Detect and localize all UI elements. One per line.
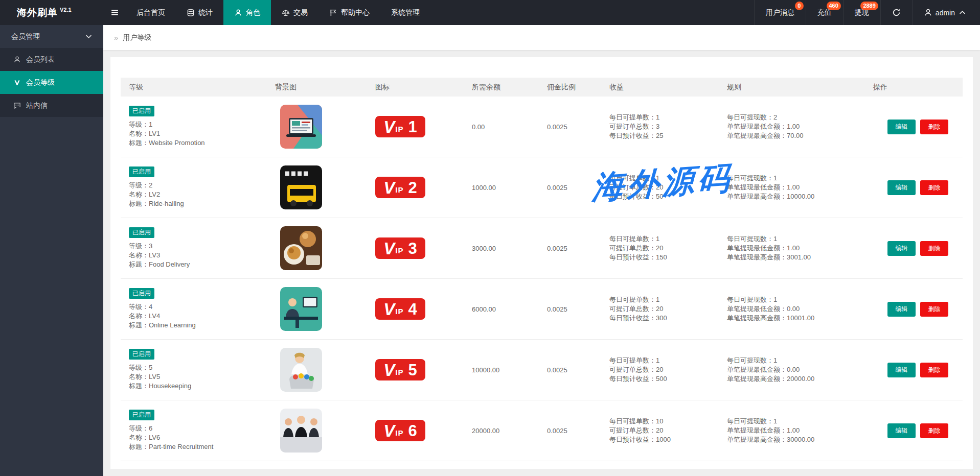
status-badge: 已启用 [129, 288, 154, 299]
commission-cell: 0.0025 [539, 279, 601, 339]
daily-withdraw-line: 每日可提现数：1 [727, 174, 777, 183]
daily-profit-line: 每日预计收益：25 [609, 131, 663, 140]
daily-withdraw-line: 每日可提现数：1 [727, 295, 777, 304]
daily-orders-line: 每日可提单数：1 [609, 295, 659, 304]
income-cell: 每日可提单数：1 可提订单总数：3 每日预计收益：25 [601, 97, 719, 157]
sidebar-item-1[interactable]: 会员列表 [0, 48, 103, 71]
sidebar-item-label: 会员等级 [26, 78, 55, 87]
delete-button[interactable]: 删除 [920, 363, 948, 377]
income-cell: 每日可提单数：10 可提订单总数：20 每日预计收益：1000 [601, 400, 719, 461]
nav-spacer [430, 0, 754, 25]
sidebar-item-2[interactable]: 会员等级 [0, 71, 103, 94]
vip-v-glyph: V [383, 118, 395, 135]
hamburger-icon[interactable] [103, 0, 126, 25]
vip-badge: V IP 2 [375, 177, 425, 198]
nav-right-item-3[interactable]: 提现2889 [843, 0, 880, 25]
operations-cell: 编辑 删除 [865, 461, 963, 469]
nav-right-item-1[interactable]: 用户消息0 [754, 0, 806, 25]
nav-item-label: 角色 [246, 8, 260, 17]
table-body: 已启用 等级：1 名称：LV1 标题：Website Promotion V I… [121, 97, 963, 469]
background-image-cell [267, 400, 367, 461]
required-balance-cell: 0.00 [464, 97, 539, 157]
background-image-cell [267, 97, 367, 157]
vip-level-number: 4 [408, 301, 417, 317]
delete-button[interactable]: 删除 [920, 180, 948, 195]
chevron-up-icon [958, 8, 967, 17]
sidebar-item-3[interactable]: 站内信 [0, 94, 103, 117]
required-balance-cell: 20000.00 [464, 400, 539, 461]
required-balance: 3000.00 [472, 245, 496, 252]
edit-button[interactable]: 编辑 [887, 363, 916, 377]
status-badge: 已启用 [129, 227, 154, 238]
edit-button[interactable]: 编辑 [887, 120, 916, 134]
required-balance: 1000.00 [472, 184, 496, 192]
column-header-2: 背景图 [267, 83, 367, 92]
column-header-5: 佣金比例 [539, 83, 601, 92]
nav-item-label: 系统管理 [391, 8, 420, 17]
delete-button[interactable]: 删除 [920, 241, 948, 256]
vip-level-number: 1 [408, 119, 417, 135]
required-balance: 20000.00 [472, 427, 499, 435]
edit-button[interactable]: 编辑 [887, 302, 916, 317]
nav-right-item-2[interactable]: 充值460 [806, 0, 843, 25]
nav-item-1[interactable]: 后台首页 [126, 0, 176, 25]
edit-button[interactable]: 编辑 [887, 423, 916, 438]
background-image [280, 226, 322, 270]
nav-right-items: 用户消息0充值460提现2889 [754, 0, 880, 25]
user-icon [13, 56, 21, 63]
min-withdraw-line: 单笔提现最低金额：0.00 [727, 304, 800, 314]
icon-cell: V IP 6 [367, 400, 464, 461]
vip-level-number: 3 [408, 241, 417, 256]
delete-button[interactable]: 删除 [920, 423, 948, 438]
title-line: 标题：Online Learning [129, 321, 196, 330]
status-badge: 已启用 [129, 410, 154, 420]
income-cell: 每日可提单数：1 可提订单总数：20 每日预计收益：50 [601, 157, 719, 218]
table-card: 等级背景图图标所需余额佣金比例收益规则操作 已启用 等级：1 名称：LV1 标题… [110, 57, 973, 469]
title-line: 标题：Food Delivery [129, 260, 190, 269]
name-line: 名称：LV6 [129, 433, 160, 442]
daily-orders-line: 每日可提单数：10 [609, 417, 663, 426]
nav-item-6[interactable]: 系统管理 [380, 0, 430, 25]
level-cell: 未启用 [121, 461, 267, 469]
name-line: 名称：LV2 [129, 190, 160, 199]
level-cell: 已启用 等级：5 名称：LV5 标题：Housekeeping [121, 340, 267, 400]
operations-cell: 编辑 删除 [865, 400, 963, 461]
breadcrumb-bar: » 用户等级 [103, 25, 980, 50]
breadcrumb-icon: » [114, 33, 118, 42]
vip-badge: V IP 4 [375, 298, 425, 320]
daily-profit-line: 每日预计收益：300 [609, 314, 667, 323]
nav-item-4[interactable]: 交易 [271, 0, 318, 25]
rules-cell: 每日可提现数：1 单笔提现最低金额：1.00 单笔提现最高金额：10000.00 [719, 157, 865, 218]
refresh-button[interactable] [880, 0, 912, 25]
background-image-cell [267, 340, 367, 400]
nav-item-5[interactable]: 帮助中心 [318, 0, 380, 25]
title-line: 标题：Housekeeping [129, 382, 191, 391]
level-line: 等级：4 [129, 302, 152, 312]
level-cell: 已启用 等级：2 名称：LV2 标题：Ride-hailing [121, 157, 267, 218]
sidebar-group-member-management[interactable]: 会员管理 [0, 25, 103, 48]
nav-item-label: 统计 [198, 8, 213, 17]
daily-profit-line: 每日预计收益：1000 [609, 435, 671, 444]
delete-button[interactable]: 删除 [920, 120, 948, 134]
user-icon [924, 8, 932, 17]
table-row: 已启用 等级：2 名称：LV2 标题：Ride-hailing V IP 2 1… [121, 157, 963, 218]
total-orders-line: 可提订单总数：20 [609, 426, 663, 435]
icon-cell: V IP 5 [367, 340, 464, 400]
delete-button[interactable]: 删除 [920, 302, 948, 317]
sidebar-item-label: 会员列表 [26, 55, 55, 64]
title-line: 标题：Website Promotion [129, 138, 205, 148]
vip-v-glyph: V [383, 422, 395, 439]
edit-button[interactable]: 编辑 [887, 241, 916, 256]
daily-orders-line: 每日可提单数：1 [609, 113, 659, 122]
nav-item-2[interactable]: 统计 [176, 0, 223, 25]
nav-item-3[interactable]: 角色 [223, 0, 271, 25]
commission-cell: 0.0025 [539, 400, 601, 461]
level-line: 等级：3 [129, 242, 152, 251]
rules-cell: 每日可提现数：1 单笔提现最低金额：0.00 单笔提现最高金额：20000.00 [719, 340, 865, 400]
operations-cell: 编辑 删除 [865, 157, 963, 218]
admin-menu[interactable]: admin [912, 0, 980, 25]
operations-cell: 编辑 删除 [865, 97, 963, 157]
edit-button[interactable]: 编辑 [887, 180, 916, 195]
level-cell: 已启用 等级：4 名称：LV4 标题：Online Learning [121, 279, 267, 339]
nav-item-label: 交易 [293, 8, 308, 17]
